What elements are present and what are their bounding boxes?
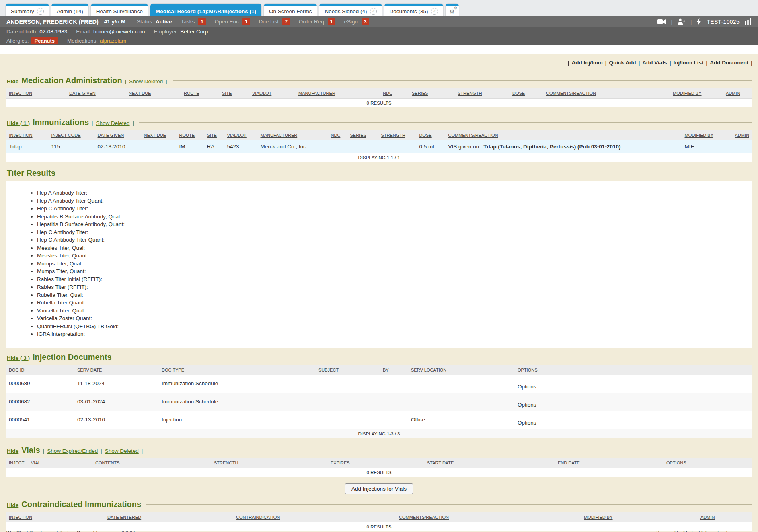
column-header[interactable]: DATE ENTERED — [104, 512, 233, 522]
column-header[interactable]: MODIFIED BY — [670, 88, 723, 99]
column-header[interactable]: STRENGTH — [211, 458, 327, 468]
document-row[interactable]: 0000689 11-18-2024 Immunization Schedule… — [6, 375, 752, 393]
column-header[interactable]: COMMENTS/REACTION — [445, 130, 682, 140]
chart-icon[interactable] — [745, 18, 752, 25]
esign-badge[interactable]: 3 — [362, 18, 369, 25]
hide-link[interactable]: Hide — [7, 502, 18, 508]
due-list-stat[interactable]: Due List: 7 — [259, 18, 290, 25]
open-enc-badge[interactable]: 1 — [242, 18, 250, 25]
column-header[interactable]: MODIFIED BY — [682, 130, 732, 140]
column-header[interactable]: SERIES — [347, 130, 378, 140]
column-header[interactable]: DOC ID — [6, 365, 74, 375]
column-header[interactable]: MODIFIED BY — [581, 512, 697, 522]
hide-link[interactable]: Hide — [7, 78, 18, 84]
column-header[interactable]: INJECTION — [6, 88, 66, 99]
tab-health-surveillance[interactable]: Health Surveillance — [91, 4, 148, 16]
column-header[interactable]: INJECTION — [6, 130, 48, 140]
quick-add-link[interactable]: Quick Add — [609, 60, 636, 66]
column-header[interactable]: VIAL/LOT — [224, 130, 257, 140]
column-header[interactable]: ROUTE — [176, 130, 204, 140]
column-header[interactable]: MANUFACTURER — [257, 130, 328, 140]
column-header[interactable]: CONTRAINDICATION — [233, 512, 396, 522]
column-header[interactable]: STRENGTH — [378, 130, 416, 140]
column-header[interactable]: DATE GIVEN — [66, 88, 125, 99]
column-header[interactable]: NEXT DUE — [125, 88, 181, 99]
document-row[interactable]: 0000682 03-01-2024 Immunization Schedule… — [6, 393, 752, 411]
options-link[interactable]: Options — [518, 420, 536, 426]
tab-summary[interactable]: Summary — [6, 4, 49, 16]
column-header[interactable]: ROUTE — [181, 88, 219, 99]
column-header[interactable]: COMMENTS/REACTION — [543, 88, 670, 99]
video-call-icon[interactable] — [657, 19, 666, 25]
add-inj-imm-link[interactable]: Add Inj/Imm — [572, 60, 603, 66]
column-header[interactable]: DOC TYPE — [158, 365, 315, 375]
tab-documents[interactable]: Documents (35) — [384, 4, 443, 16]
column-header[interactable]: ADMIN — [697, 512, 752, 522]
column-header[interactable]: ADMIN — [732, 130, 752, 140]
tab-medical-record-mar-injections[interactable]: Medical Record (14):MAR/Injections (1) — [150, 4, 261, 16]
popout-icon[interactable] — [37, 8, 44, 15]
column-header[interactable]: VIAL/LOT — [249, 88, 295, 99]
tab-needs-signed[interactable]: Needs Signed (4) — [319, 4, 382, 16]
immunization-row-tdap[interactable]: Tdap 115 02-13-2010 IM RA 5423 Merck and… — [6, 140, 752, 153]
column-header[interactable]: SERV LOCATION — [408, 365, 514, 375]
show-deleted-link[interactable]: Show Deleted — [96, 120, 130, 126]
column-header[interactable]: END DATE — [555, 458, 663, 468]
cell-doc-id[interactable]: 0000541 — [6, 411, 74, 429]
column-header[interactable]: NDC — [328, 130, 347, 140]
tasks-badge[interactable]: 1 — [198, 18, 206, 25]
document-row[interactable]: 0000541 02-13-2010 Injection Office Opti… — [6, 411, 752, 429]
column-header[interactable]: CONTENTS — [92, 458, 211, 468]
options-link[interactable]: Options — [518, 402, 536, 408]
cell-injection[interactable]: Tdap — [6, 140, 48, 153]
column-header[interactable]: INJECT CODE — [48, 130, 94, 140]
column-header[interactable]: DATE GIVEN — [94, 130, 141, 140]
column-header[interactable]: SERIES — [409, 88, 454, 99]
column-header[interactable]: START DATE — [424, 458, 555, 468]
tab-admin[interactable]: Admin (14) — [51, 4, 88, 16]
popout-icon[interactable] — [370, 8, 377, 15]
add-injections-for-vials-button[interactable]: Add Injections for Vials — [345, 483, 413, 494]
tab-on-screen-forms[interactable]: On Screen Forms — [264, 4, 317, 16]
cell-doc-id[interactable]: 0000689 — [6, 375, 74, 393]
column-header[interactable]: VIAL — [28, 458, 92, 468]
tab-settings[interactable] — [446, 4, 459, 16]
show-expired-link[interactable]: Show Expired/Ended — [47, 448, 98, 454]
cell-doc-id[interactable]: 0000682 — [6, 393, 74, 411]
column-header[interactable]: NDC — [380, 88, 409, 99]
order-req-badge[interactable]: 1 — [328, 18, 335, 25]
column-header[interactable]: INJECTION — [6, 512, 104, 522]
column-header[interactable]: COMMENTS/REACTION — [396, 512, 581, 522]
inj-imm-list-link[interactable]: Inj/Imm List — [673, 60, 703, 66]
hide-link[interactable]: Hide — [7, 448, 18, 454]
lightning-icon[interactable] — [697, 18, 701, 25]
hide-link[interactable]: Hide ( 1 ) — [7, 120, 30, 126]
column-header[interactable]: BY — [380, 365, 408, 375]
options-link[interactable]: Options — [518, 384, 536, 390]
esign-stat[interactable]: eSign: 3 — [344, 18, 369, 25]
column-header[interactable]: EXPIRES — [327, 458, 424, 468]
order-req-stat[interactable]: Order Req: 1 — [299, 18, 335, 25]
popout-icon[interactable] — [431, 8, 438, 15]
column-header[interactable]: SITE — [204, 130, 224, 140]
column-header[interactable]: NEXT DUE — [141, 130, 176, 140]
hide-link[interactable]: Hide ( 3 ) — [7, 355, 30, 361]
due-list-badge[interactable]: 7 — [282, 18, 290, 25]
column-header[interactable]: MANUFACTURER — [295, 88, 380, 99]
column-header[interactable]: DOSE — [509, 88, 543, 99]
tasks-stat[interactable]: Tasks: 1 — [181, 18, 206, 25]
show-deleted-link[interactable]: Show Deleted — [105, 448, 139, 454]
column-header[interactable]: SUBJECT — [315, 365, 380, 375]
allergy-badge[interactable]: Peanuts — [31, 37, 59, 44]
column-header[interactable]: SERV DATE — [74, 365, 158, 375]
column-header[interactable]: ADMIN — [723, 88, 752, 99]
add-document-link[interactable]: Add Document — [710, 60, 748, 66]
column-header[interactable]: DOSE — [416, 130, 445, 140]
add-vials-link[interactable]: Add Vials — [642, 60, 667, 66]
show-deleted-link[interactable]: Show Deleted — [129, 78, 163, 84]
open-enc-stat[interactable]: Open Enc: 1 — [215, 18, 250, 25]
column-header[interactable]: STRENGTH — [454, 88, 509, 99]
column-header[interactable]: OPTIONS — [514, 365, 752, 375]
add-person-icon[interactable] — [678, 18, 685, 25]
column-header[interactable]: SITE — [219, 88, 249, 99]
